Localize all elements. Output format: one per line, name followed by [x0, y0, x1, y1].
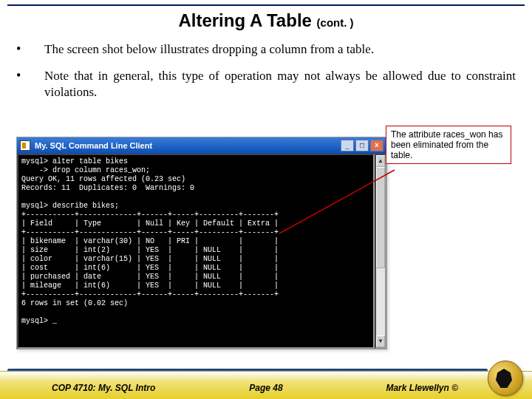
bullet-text: The screen shot below illustrates droppi…	[44, 41, 516, 58]
title-main: Altering A Table	[178, 10, 316, 30]
close-button[interactable]: ×	[370, 140, 383, 151]
vertical-scrollbar[interactable]: ▲ ▼	[375, 154, 386, 349]
maximize-button[interactable]: □	[355, 140, 369, 151]
scroll-down-button[interactable]: ▼	[376, 335, 385, 347]
footer-row: COP 4710: My. SQL Intro Page 48 Mark Lle…	[0, 383, 532, 393]
window-client-area: mysql> alter table bikes -> drop column …	[17, 154, 386, 349]
top-divider	[7, 4, 525, 6]
callout-text: The attribute races_won has been elimina…	[391, 129, 502, 160]
bullet-item: • Note that in general, this type of ope…	[16, 68, 516, 100]
minimize-button[interactable]: _	[341, 140, 354, 151]
scroll-track[interactable]	[376, 167, 385, 335]
app-icon	[20, 140, 30, 151]
window-titlebar[interactable]: My. SQL Command Line Client _ □ ×	[17, 137, 386, 154]
title-cont: (cont. )	[317, 16, 354, 29]
footer-course: COP 4710: My. SQL Intro	[52, 383, 155, 393]
terminal-output[interactable]: mysql> alter table bikes -> drop column …	[17, 154, 375, 349]
scroll-up-button[interactable]: ▲	[376, 155, 385, 167]
ucf-logo-icon	[488, 361, 523, 396]
callout-box: The attribute races_won has been elimina…	[386, 126, 511, 164]
window-controls: _ □ ×	[341, 140, 383, 151]
bullet-list: • The screen shot below illustrates drop…	[16, 41, 516, 111]
window-title: My. SQL Command Line Client	[35, 141, 341, 150]
bullet-marker: •	[16, 68, 44, 100]
slide-title: Altering A Table (cont. )	[0, 10, 532, 31]
scroll-thumb[interactable]	[376, 167, 385, 268]
footer-author: Mark Llewellyn ©	[386, 383, 458, 393]
bullet-text: Note that in general, this type of opera…	[44, 68, 516, 100]
bullet-item: • The screen shot below illustrates drop…	[16, 41, 516, 58]
bullet-marker: •	[16, 41, 44, 58]
terminal-window: My. SQL Command Line Client _ □ × mysql>…	[16, 137, 387, 349]
